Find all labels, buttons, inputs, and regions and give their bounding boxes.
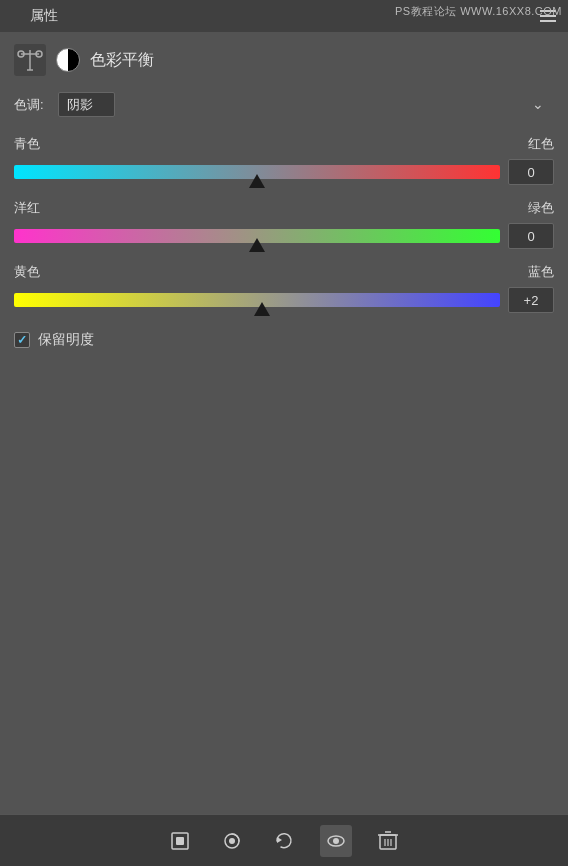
- svg-marker-9: [277, 837, 282, 843]
- bottom-toolbar: [0, 814, 568, 866]
- magenta-green-labels: 洋红 绿色: [14, 199, 554, 217]
- cyan-red-value[interactable]: [508, 159, 554, 185]
- balance-icon: [14, 44, 46, 76]
- yellow-label: 黄色: [14, 263, 40, 281]
- trash-icon: [378, 830, 398, 852]
- preserve-luminosity-checkbox[interactable]: [14, 332, 30, 348]
- svg-point-8: [229, 838, 235, 844]
- tone-select-wrap[interactable]: 阴影 中间调 高光: [58, 92, 554, 117]
- cyan-red-labels: 青色 红色: [14, 135, 554, 153]
- visibility-cycle-button[interactable]: [216, 825, 248, 857]
- cyan-red-thumb[interactable]: [249, 174, 265, 188]
- yellow-blue-thumb[interactable]: [254, 302, 270, 316]
- tone-row: 色调: 阴影 中间调 高光: [14, 92, 554, 117]
- watermark-text: PS教程论坛 WWW.16XX8.COM: [395, 4, 562, 19]
- delete-button[interactable]: [372, 825, 404, 857]
- cyan-label: 青色: [14, 135, 40, 153]
- magenta-green-thumb[interactable]: [249, 238, 265, 252]
- tone-select[interactable]: 阴影 中间调 高光: [58, 92, 115, 117]
- tone-label: 色调:: [14, 96, 50, 114]
- panel-title: 属性: [30, 7, 58, 25]
- svg-rect-6: [176, 837, 184, 845]
- svg-point-11: [333, 838, 339, 844]
- preserve-luminosity-row: 保留明度: [14, 331, 554, 349]
- magenta-green-section: 洋红 绿色: [14, 199, 554, 251]
- yellow-blue-value[interactable]: [508, 287, 554, 313]
- green-label: 绿色: [528, 199, 554, 217]
- blue-label: 蓝色: [528, 263, 554, 281]
- cyan-red-slider-container: [14, 157, 554, 187]
- half-circle-icon: [56, 48, 80, 72]
- magenta-green-value[interactable]: [508, 223, 554, 249]
- magenta-green-track-wrap[interactable]: [14, 221, 500, 251]
- clip-below-icon: [169, 830, 191, 852]
- cyan-red-track-wrap[interactable]: [14, 157, 500, 187]
- cyan-red-section: 青色 红色: [14, 135, 554, 187]
- preserve-luminosity-label: 保留明度: [38, 331, 94, 349]
- adjustment-title: 色彩平衡: [90, 50, 154, 71]
- yellow-blue-section: 黄色 蓝色: [14, 263, 554, 315]
- magenta-green-slider-container: [14, 221, 554, 251]
- reset-icon: [273, 830, 295, 852]
- yellow-blue-slider-container: [14, 285, 554, 315]
- yellow-blue-labels: 黄色 蓝色: [14, 263, 554, 281]
- balance-scale-svg: [17, 47, 43, 73]
- reset-button[interactable]: [268, 825, 300, 857]
- yellow-blue-track-wrap[interactable]: [14, 285, 500, 315]
- adjustment-header: 色彩平衡: [14, 44, 554, 76]
- magenta-label: 洋红: [14, 199, 40, 217]
- panel-content: 色彩平衡 色调: 阴影 中间调 高光 青色 红色 洋红 绿色: [0, 32, 568, 814]
- eye-icon: [325, 830, 347, 852]
- red-label: 红色: [528, 135, 554, 153]
- clip-below-button[interactable]: [164, 825, 196, 857]
- visibility-cycle-icon: [221, 830, 243, 852]
- eye-button[interactable]: [320, 825, 352, 857]
